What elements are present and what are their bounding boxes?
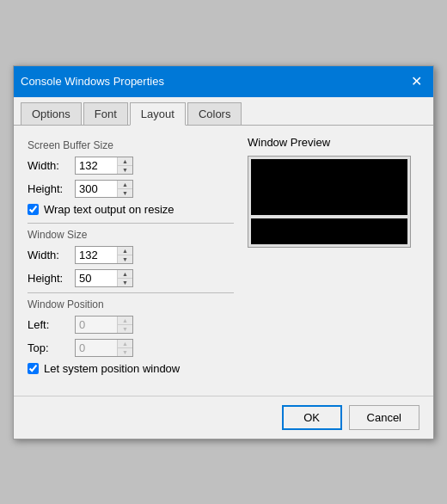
preview-top-area <box>251 159 407 215</box>
window-height-spinner[interactable]: ▲ ▼ <box>75 269 133 287</box>
system-position-row: Let system position window <box>28 362 234 375</box>
buffer-height-row: Height: ▲ ▼ <box>28 180 234 198</box>
position-top-row: Top: ▲ ▼ <box>28 339 234 357</box>
window-height-label: Height: <box>28 272 75 285</box>
window-width-input[interactable] <box>76 247 117 263</box>
position-left-label: Left: <box>28 318 75 331</box>
position-top-spinner-buttons: ▲ ▼ <box>117 340 132 356</box>
system-position-checkbox[interactable] <box>28 363 39 374</box>
window-size-section-label: Window Size <box>28 229 234 241</box>
window-width-spinner[interactable]: ▲ ▼ <box>75 246 133 264</box>
window-preview-label: Window Preview <box>248 136 419 149</box>
window-position-section-label: Window Position <box>28 298 234 310</box>
position-left-row: Left: ▲ ▼ <box>28 316 234 334</box>
position-top-down-btn[interactable]: ▼ <box>118 348 132 356</box>
divider-1 <box>28 223 234 224</box>
position-top-input[interactable] <box>76 340 117 356</box>
buffer-height-down-btn[interactable]: ▼ <box>118 189 132 197</box>
buffer-height-spinner[interactable]: ▲ ▼ <box>75 180 133 198</box>
tab-options[interactable]: Options <box>21 102 82 125</box>
preview-bottom-area <box>251 218 407 244</box>
divider-2 <box>28 292 234 293</box>
dialog-title: Console Windows Properties <box>21 75 164 88</box>
position-top-up-btn[interactable]: ▲ <box>118 340 132 348</box>
position-top-label: Top: <box>28 341 75 354</box>
wrap-text-label[interactable]: Wrap text output on resize <box>44 203 175 216</box>
position-left-input[interactable] <box>76 317 117 333</box>
tab-colors[interactable]: Colors <box>187 102 242 125</box>
window-width-spinner-buttons: ▲ ▼ <box>117 247 132 263</box>
system-position-label[interactable]: Let system position window <box>44 362 180 375</box>
left-panel: Screen Buffer Size Width: ▲ ▼ Height: ▲ <box>28 136 234 382</box>
buffer-width-spinner[interactable]: ▲ ▼ <box>75 157 133 175</box>
cancel-button[interactable]: Cancel <box>349 405 419 430</box>
tab-layout[interactable]: Layout <box>130 102 186 126</box>
buffer-width-input[interactable] <box>76 157 117 174</box>
tab-font[interactable]: Font <box>83 102 128 125</box>
position-left-spinner-buttons: ▲ ▼ <box>117 317 132 333</box>
window-height-input[interactable] <box>76 270 117 286</box>
buffer-width-spinner-buttons: ▲ ▼ <box>117 157 132 174</box>
buffer-height-spinner-buttons: ▲ ▼ <box>117 181 132 197</box>
right-panel: Window Preview <box>248 136 419 382</box>
ok-button[interactable]: OK <box>282 405 342 430</box>
window-height-row: Height: ▲ ▼ <box>28 269 234 287</box>
position-left-down-btn[interactable]: ▼ <box>118 325 132 333</box>
title-bar: Console Windows Properties ✕ <box>14 66 433 97</box>
content-area: Screen Buffer Size Width: ▲ ▼ Height: ▲ <box>14 126 433 392</box>
window-width-row: Width: ▲ ▼ <box>28 246 234 264</box>
buffer-width-up-btn[interactable]: ▲ <box>118 157 132 166</box>
buffer-width-label: Width: <box>28 159 75 172</box>
wrap-text-row: Wrap text output on resize <box>28 203 234 216</box>
buffer-height-up-btn[interactable]: ▲ <box>118 181 132 189</box>
buffer-height-input[interactable] <box>76 181 117 197</box>
tabs: Options Font Layout Colors <box>14 97 433 126</box>
screen-buffer-section-label: Screen Buffer Size <box>28 139 234 151</box>
window-height-up-btn[interactable]: ▲ <box>118 270 132 279</box>
window-width-up-btn[interactable]: ▲ <box>118 247 132 255</box>
buffer-height-label: Height: <box>28 182 75 195</box>
buffer-width-row: Width: ▲ ▼ <box>28 157 234 175</box>
window-preview-box <box>248 156 411 248</box>
position-left-up-btn[interactable]: ▲ <box>118 317 132 325</box>
window-width-down-btn[interactable]: ▼ <box>118 255 132 263</box>
buffer-width-down-btn[interactable]: ▼ <box>118 166 132 174</box>
position-top-spinner[interactable]: ▲ ▼ <box>75 339 133 357</box>
close-button[interactable]: ✕ <box>406 71 426 92</box>
bottom-bar: OK Cancel <box>14 396 433 439</box>
dialog: Console Windows Properties ✕ Options Fon… <box>13 65 434 439</box>
wrap-text-checkbox[interactable] <box>28 204 39 215</box>
window-height-spinner-buttons: ▲ ▼ <box>117 270 132 286</box>
window-height-down-btn[interactable]: ▼ <box>118 279 132 286</box>
window-width-label: Width: <box>28 249 75 261</box>
position-left-spinner[interactable]: ▲ ▼ <box>75 316 133 334</box>
